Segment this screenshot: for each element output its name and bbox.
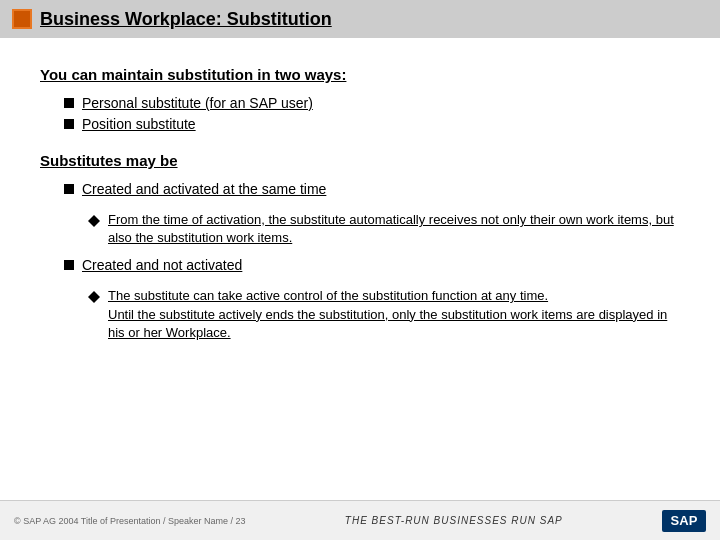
- intro-bullet-list: Personal substitute (for an SAP user) Po…: [64, 95, 680, 132]
- diamond-icon: [88, 291, 100, 297]
- sub-bullet-1-label: Created and activated at the same time: [82, 181, 326, 197]
- copyright-text: © SAP AG 2004 Title of Presentation / Sp…: [14, 516, 246, 526]
- sap-logo: SAP: [662, 510, 706, 532]
- list-item: The substitute can take active control o…: [88, 287, 680, 342]
- sub-bullet-list-2: Created and not activated: [64, 257, 680, 273]
- bullet-square-icon: [64, 260, 74, 270]
- list-item: From the time of activation, the substit…: [88, 211, 680, 247]
- footer: © SAP AG 2004 Title of Presentation / Sp…: [0, 500, 720, 540]
- diamond-icon: [88, 215, 100, 221]
- sub-sub-list-2: The substitute can take active control o…: [88, 287, 680, 342]
- sub-sub-detail-1: From the time of activation, the substit…: [108, 211, 680, 247]
- sub-bullet-2-label: Created and not activated: [82, 257, 242, 273]
- bullet-square-icon: [64, 98, 74, 108]
- main-content: You can maintain substitution in two way…: [0, 38, 720, 372]
- bullet-square-icon: [64, 184, 74, 194]
- intro-bullet-2: Position substitute: [82, 116, 196, 132]
- list-item: Created and not activated: [64, 257, 680, 273]
- sub-sub-detail-2: The substitute can take active control o…: [108, 287, 680, 342]
- sub-bullet-list: Created and activated at the same time: [64, 181, 680, 197]
- list-item: Created and activated at the same time: [64, 181, 680, 197]
- sap-header-icon: [12, 9, 32, 29]
- intro-text: You can maintain substitution in two way…: [40, 66, 680, 83]
- page-title: Business Workplace: Substitution: [40, 9, 332, 30]
- header-bar: Business Workplace: Substitution: [0, 0, 720, 38]
- tagline-text: THE BEST-RUN BUSINESSES RUN SAP: [345, 515, 563, 526]
- sap-logo-text: SAP: [671, 513, 698, 528]
- bullet-square-icon: [64, 119, 74, 129]
- section-heading: Substitutes may be: [40, 152, 680, 169]
- sub-sub-list-1: From the time of activation, the substit…: [88, 211, 680, 247]
- intro-bullet-1: Personal substitute (for an SAP user): [82, 95, 313, 111]
- list-item: Position substitute: [64, 116, 680, 132]
- list-item: Personal substitute (for an SAP user): [64, 95, 680, 111]
